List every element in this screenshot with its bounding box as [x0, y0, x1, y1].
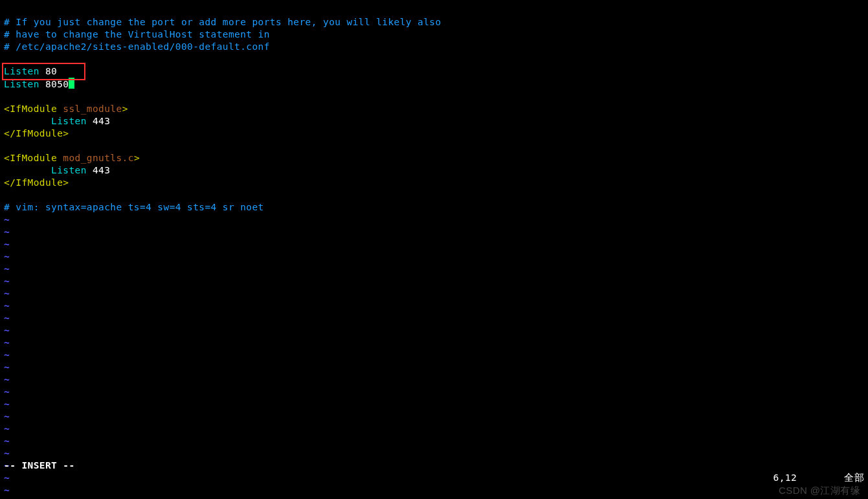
empty-line-tilde: ~	[4, 288, 10, 298]
empty-line-tilde: ~	[4, 411, 10, 421]
empty-line-tilde: ~	[4, 436, 10, 446]
listen-directive: Listen	[51, 116, 87, 126]
module-name: ssl_module	[57, 104, 122, 114]
empty-line-tilde: ~	[4, 374, 10, 384]
empty-line-tilde: ~	[4, 214, 10, 225]
empty-line-tilde: ~	[4, 276, 10, 286]
ifmodule-close: </	[4, 177, 16, 188]
scroll-indicator: 全部	[844, 472, 864, 483]
ifmodule-open-end: >	[134, 153, 140, 163]
cursor	[69, 78, 74, 89]
port-number: 80	[39, 66, 57, 76]
listen-directive: Listen	[51, 165, 87, 175]
port-number: 443	[87, 165, 111, 175]
ifmodule-close-end: >	[63, 128, 69, 139]
ifmodule-close-end: >	[63, 177, 69, 188]
indent	[4, 165, 51, 175]
ifmodule-tag: IfModule	[10, 153, 57, 163]
terminal-editor[interactable]: # If you just change the port or add mor…	[0, 0, 868, 499]
ifmodule-tag: IfModule	[16, 128, 63, 139]
port-number: 443	[87, 116, 111, 126]
comment-line: # If you just change the port or add mor…	[4, 17, 441, 27]
empty-line-tilde: ~	[4, 362, 10, 372]
empty-line-tilde: ~	[4, 263, 10, 274]
cursor-position: 6,12	[773, 472, 797, 483]
vim-mode-indicator: -- INSERT --	[4, 460, 75, 496]
empty-line-tilde: ~	[4, 448, 10, 458]
ifmodule-open: <	[4, 104, 10, 114]
empty-line-tilde: ~	[4, 386, 10, 397]
vim-status-right: 6,12 全部	[738, 460, 864, 496]
empty-line-tilde: ~	[4, 337, 10, 348]
ifmodule-open: <	[4, 153, 10, 163]
indent	[4, 116, 51, 126]
ifmodule-open-end: >	[122, 104, 128, 114]
empty-line-tilde: ~	[4, 300, 10, 311]
empty-line-tilde: ~	[4, 399, 10, 409]
listen-directive: Listen	[4, 79, 39, 89]
comment-line: # have to change the VirtualHost stateme…	[4, 29, 270, 39]
vim-status-line: -- INSERT -- 6,12 全部	[4, 460, 864, 496]
ifmodule-tag: IfModule	[16, 177, 63, 188]
empty-line-tilde: ~	[4, 325, 10, 335]
listen-directive: Listen	[4, 66, 39, 76]
vim-modeline: # vim: syntax=apache ts=4 sw=4 sts=4 sr …	[4, 202, 264, 212]
module-name: mod_gnutls.c	[57, 153, 134, 163]
empty-line-tilde: ~	[4, 349, 10, 360]
empty-line-tilde: ~	[4, 313, 10, 323]
empty-line-tilde: ~	[4, 423, 10, 434]
empty-line-tilde: ~	[4, 227, 10, 237]
empty-line-tilde: ~	[4, 251, 10, 261]
port-number: 8050	[39, 79, 69, 89]
empty-line-tilde: ~	[4, 239, 10, 249]
comment-line: # /etc/apache2/sites-enabled/000-default…	[4, 41, 270, 52]
ifmodule-close: </	[4, 128, 16, 139]
ifmodule-tag: IfModule	[10, 104, 57, 114]
